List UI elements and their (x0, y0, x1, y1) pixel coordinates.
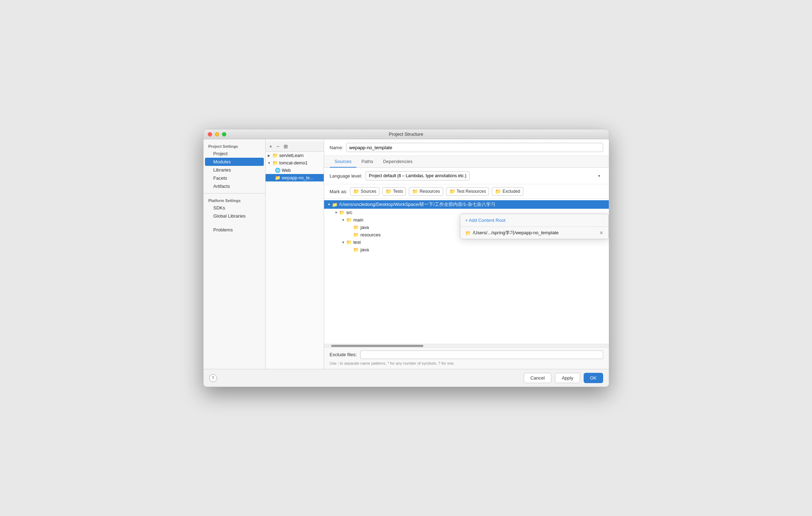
language-level-select-wrapper: Project default (8 – Lambdas, type annot… (366, 171, 603, 180)
maximize-button[interactable] (222, 132, 226, 136)
chevron-icon: ▼ (268, 161, 271, 165)
exclude-hint: Use ; to separate name patterns, * for a… (330, 360, 603, 366)
sources-folder-icon: 📁 (353, 189, 359, 194)
cancel-button[interactable]: Cancel (524, 373, 551, 383)
sidebar-item-sdks[interactable]: SDKs (205, 204, 264, 212)
main-content: Project Settings Project Modules Librari… (204, 139, 609, 369)
project-settings-section: Project Settings (204, 142, 265, 150)
sidebar-item-libraries[interactable]: Libraries (205, 166, 264, 174)
test-resources-folder-icon: 📁 (449, 189, 455, 194)
mark-as-resources-button[interactable]: 📁 Resources (409, 187, 443, 196)
tree-node-wepapp[interactable]: 📁 wepapp-no_te... (266, 174, 324, 181)
bottom-actions: Cancel Apply OK (524, 373, 603, 383)
sidebar-divider (204, 193, 265, 194)
resources-folder-icon: 📁 (412, 189, 418, 194)
tab-sources[interactable]: Sources (330, 156, 357, 168)
copy-module-button[interactable]: ⊞ (283, 143, 289, 150)
folder-icon: 📁 (353, 247, 359, 252)
tree-node-servletlearn[interactable]: ▶ 📁 servletLearn (266, 152, 324, 159)
ok-button[interactable]: OK (584, 373, 603, 383)
titlebar-buttons (208, 132, 226, 136)
bottom-bar: ? Cancel Apply OK (204, 369, 609, 387)
popup-close-button[interactable]: ✕ (599, 230, 604, 236)
language-level-row: Language level: Project default (8 – Lam… (324, 168, 609, 184)
content-area: Name: Sources Paths Dependencies (324, 139, 609, 369)
scrollbar-track (324, 344, 609, 347)
language-level-select[interactable]: Project default (8 – Lambdas, type annot… (366, 171, 469, 180)
main-panel: + − ⊞ ▶ 📁 servletLearn ▼ 📁 tomcat-demo1 … (266, 139, 609, 369)
folder-icon: 📁 (272, 153, 278, 158)
chevron-icon: ▼ (342, 241, 346, 244)
sidebar-item-modules[interactable]: Modules (205, 158, 264, 166)
content-root-popup: + Add Content Root 📁 /Users/.../spring学习… (460, 214, 609, 239)
chevron-icon: ▼ (335, 211, 339, 214)
folder-icon: 📁 (353, 232, 359, 237)
tab-dependencies[interactable]: Dependencies (378, 156, 417, 168)
exclude-files-label: Exclude files: (330, 352, 357, 357)
chevron-icon: ▼ (342, 218, 346, 222)
sidebar-item-global-libraries[interactable]: Global Libraries (205, 212, 264, 220)
tabs-bar: Sources Paths Dependencies (324, 156, 609, 168)
name-label: Name: (330, 145, 343, 150)
file-tree-container: ▼ 📁 /Users/uncledong/Desktop/WorkSpace/研… (324, 199, 609, 344)
folder-icon: 📁 (353, 225, 359, 230)
popup-path-text: /Users/.../spring学习/wepapp-no_template (473, 230, 559, 236)
mark-as-tests-button[interactable]: 📁 Tests (382, 187, 406, 196)
tree-toolbar: + − ⊞ (266, 141, 324, 152)
web-icon: 🌐 (275, 168, 280, 173)
file-row-test[interactable]: ▼ 📁 test (324, 239, 609, 246)
popup-path-row: 📁 /Users/.../spring学习/wepapp-no_template… (460, 227, 608, 239)
folder-icon: 📁 (346, 240, 352, 245)
apply-button[interactable]: Apply (555, 373, 580, 383)
sidebar-item-artifacts[interactable]: Artifacts (205, 182, 264, 190)
file-row-java-test[interactable]: 📁 java (324, 246, 609, 253)
help-button[interactable]: ? (209, 374, 217, 382)
folder-icon: 📁 (275, 175, 280, 180)
mark-as-test-resources-button[interactable]: 📁 Test Resources (446, 187, 489, 196)
tree-node-tomcat-demo1[interactable]: ▼ 📁 tomcat-demo1 (266, 159, 324, 167)
popup-path-folder-icon: 📁 (465, 230, 471, 236)
root-folder-icon: 📁 (332, 202, 338, 207)
platform-settings-section: Platform Settings (204, 196, 265, 204)
add-module-button[interactable]: + (268, 143, 273, 150)
chevron-icon: ▼ (328, 203, 332, 206)
remove-module-button[interactable]: − (276, 143, 280, 150)
sidebar-item-project[interactable]: Project (205, 150, 264, 158)
sidebar-item-problems[interactable]: Problems (205, 226, 264, 234)
mark-as-excluded-button[interactable]: 📁 Excluded (492, 187, 523, 196)
chevron-icon: ▶ (268, 154, 271, 157)
name-input[interactable] (346, 143, 603, 152)
sidebar: Project Settings Project Modules Librari… (204, 139, 266, 369)
window-title: Project Structure (389, 131, 423, 137)
mark-as-label: Mark as: (330, 189, 347, 194)
exclude-label-row: Exclude files: (330, 350, 603, 359)
folder-icon: 📁 (339, 210, 345, 215)
mark-as-row: Mark as: 📁 Sources 📁 Tests 📁 Resources (324, 184, 609, 199)
project-structure-window: Project Structure Project Settings Proje… (203, 129, 609, 387)
file-row-root[interactable]: ▼ 📁 /Users/uncledong/Desktop/WorkSpace/研… (324, 200, 609, 209)
exclude-files-input[interactable] (360, 350, 603, 359)
tab-paths[interactable]: Paths (356, 156, 378, 168)
sidebar-item-facets[interactable]: Facets (205, 174, 264, 182)
titlebar: Project Structure (204, 129, 609, 139)
scrollbar-thumb[interactable] (331, 345, 423, 347)
excluded-folder-icon: 📁 (495, 189, 501, 194)
module-tree: + − ⊞ ▶ 📁 servletLearn ▼ 📁 tomcat-demo1 … (266, 139, 324, 369)
folder-icon: 📁 (272, 160, 278, 166)
close-button[interactable] (208, 132, 212, 136)
exclude-files-row: Exclude files: Use ; to separate name pa… (324, 347, 609, 369)
name-row: Name: (324, 139, 609, 156)
folder-icon: 📁 (346, 217, 352, 223)
tree-node-web[interactable]: 🌐 Web (266, 167, 324, 174)
minimize-button[interactable] (215, 132, 219, 136)
language-level-label: Language level: (330, 173, 362, 179)
add-content-root-button[interactable]: + Add Content Root (460, 214, 608, 227)
mark-as-sources-button[interactable]: 📁 Sources (350, 187, 379, 196)
tests-folder-icon: 📁 (385, 189, 391, 194)
